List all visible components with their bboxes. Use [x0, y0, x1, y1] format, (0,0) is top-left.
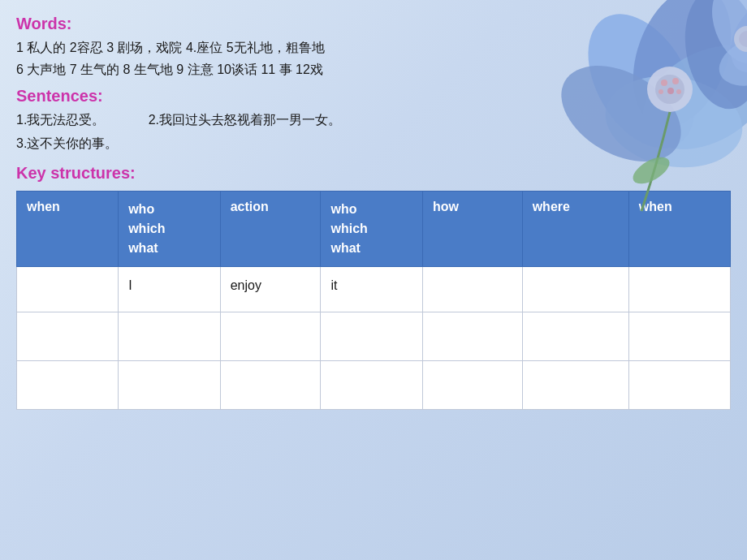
- header-when1: when: [17, 191, 119, 266]
- header-who1: whowhichwhat: [119, 191, 221, 266]
- cell-r1-when1: [17, 266, 119, 312]
- header-action: action: [220, 191, 321, 266]
- cell-r2-action: [220, 312, 321, 360]
- cell-r2-who1: [119, 312, 221, 360]
- sentence-1: 1.我无法忍受。: [16, 113, 105, 127]
- sentence-2: 2.我回过头去怒视着那一男一女。: [149, 113, 341, 127]
- header-where: where: [522, 191, 628, 266]
- svg-point-17: [734, 26, 747, 52]
- sentences-section: Sentences: 1.我无法忍受。 2.我回过头去怒视着那一男一女。 3.这…: [16, 87, 731, 156]
- cell-r1-where: [522, 266, 628, 312]
- cell-r2-how: [423, 312, 523, 360]
- table-row: [17, 360, 731, 409]
- cell-r1-action: enjoy: [220, 266, 321, 312]
- key-structures-section: Key structures:: [16, 164, 731, 183]
- sentence-row-1: 1.我无法忍受。 2.我回过头去怒视着那一男一女。: [16, 109, 731, 132]
- words-label: Words:: [16, 15, 731, 33]
- cell-r3-where: [522, 360, 628, 409]
- cell-r2-when2: [628, 312, 730, 360]
- key-structures-label: Key structures:: [16, 164, 731, 183]
- cell-r3-who2: [321, 360, 423, 409]
- cell-r1-who1: I: [119, 266, 221, 312]
- sentences-label: Sentences:: [16, 87, 731, 106]
- svg-point-18: [739, 31, 747, 47]
- cell-r3-action: [220, 360, 321, 409]
- cell-r1-when2: [628, 266, 730, 312]
- table-header-row: when whowhichwhat action whowhichwhat ho…: [17, 191, 731, 266]
- header-when2: when: [628, 191, 730, 266]
- cell-r3-who1: [119, 360, 221, 409]
- sentence-3: 3.这不关你的事。: [16, 136, 118, 150]
- cell-r1-how: [423, 266, 523, 312]
- sentence-row-2: 3.这不关你的事。: [16, 132, 731, 156]
- table-row: [17, 312, 731, 360]
- header-who2: whowhichwhat: [321, 191, 423, 266]
- cell-r2-where: [522, 312, 628, 360]
- grammar-table: when whowhichwhat action whowhichwhat ho…: [16, 191, 731, 410]
- cell-r3-when1: [17, 360, 119, 409]
- cell-r1-who2: it: [321, 266, 423, 312]
- cell-r3-how: [423, 360, 523, 409]
- words-line2: 6 大声地 7 生气的 8 生气地 9 注意 10谈话 11 事 12戏: [16, 58, 731, 80]
- header-how: how: [423, 191, 523, 266]
- main-page: Words: 1 私人的 2容忍 3 剧场，戏院 4.座位 5无礼地，粗鲁地 6…: [0, 0, 747, 560]
- words-section: Words: 1 私人的 2容忍 3 剧场，戏院 4.座位 5无礼地，粗鲁地 6…: [16, 15, 731, 80]
- cell-r3-when2: [628, 360, 730, 409]
- words-line1: 1 私人的 2容忍 3 剧场，戏院 4.座位 5无礼地，粗鲁地: [16, 37, 731, 58]
- table-row: I enjoy it: [17, 266, 731, 312]
- cell-r2-who2: [321, 312, 423, 360]
- cell-r2-when1: [17, 312, 119, 360]
